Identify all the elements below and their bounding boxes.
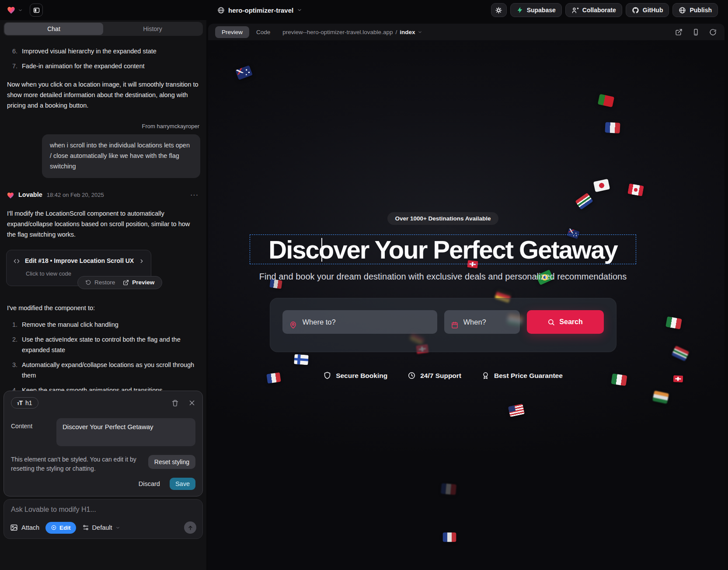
top-bar-actions: Supabase Collaborate GitHub Publish <box>491 3 718 17</box>
flag-fr-icon <box>266 372 281 384</box>
tab-code[interactable]: Code <box>256 29 270 35</box>
delete-element-button[interactable] <box>171 399 179 407</box>
preview-panel: Preview Code preview--hero-optimizer-tra… <box>208 24 725 570</box>
content-label: Content <box>11 418 56 446</box>
refresh-button[interactable] <box>709 28 717 36</box>
send-button[interactable] <box>184 521 196 534</box>
sidebar-tabs: Chat History <box>3 22 203 36</box>
search-icon <box>547 318 555 326</box>
reset-styling-button[interactable]: Reset styling <box>148 455 195 469</box>
typography-icon: тT <box>17 399 22 406</box>
award-icon <box>481 371 490 380</box>
element-content-input[interactable]: Discover Your Perfect Getaway <box>56 418 195 446</box>
element-editor-panel: тT h1 Content Discover Your Perfect Geta… <box>3 391 203 497</box>
version-actions-pill: Restore Preview <box>77 276 162 289</box>
mobile-view-button[interactable] <box>692 28 700 36</box>
chat-transcript: 6. Improved visual hierarchy in the expa… <box>0 38 206 409</box>
where-to-input[interactable] <box>282 310 437 334</box>
supabase-icon <box>516 7 523 14</box>
assistant-paragraph: I've modified the component to: <box>7 303 199 314</box>
calendar-icon <box>451 321 459 329</box>
save-button[interactable]: Save <box>170 478 195 490</box>
element-tag-label: h1 <box>25 399 32 406</box>
flag-fr-icon <box>605 122 620 133</box>
preview-version-button[interactable]: Preview <box>119 278 158 287</box>
globe-icon <box>679 7 686 14</box>
chevron-down-icon <box>297 7 302 13</box>
external-link-icon <box>123 280 129 286</box>
search-button[interactable]: Search <box>527 310 604 334</box>
chat-composer: Ask Lovable to modify H1... Attach Edit … <box>3 499 203 539</box>
chevron-down-icon <box>115 525 120 530</box>
list-item: 6. Improved visual hierarchy in the expa… <box>10 46 200 57</box>
tab-history[interactable]: History <box>103 23 202 35</box>
target-icon <box>51 525 57 531</box>
tab-chat[interactable]: Chat <box>4 23 103 35</box>
chevron-right-icon <box>139 258 145 264</box>
chevron-down-icon <box>18 8 23 13</box>
top-bar-left <box>6 3 43 17</box>
text-caret <box>321 238 322 262</box>
arrow-up-icon <box>187 525 194 531</box>
lovable-heart-icon <box>6 191 15 199</box>
github-button[interactable]: GitHub <box>626 3 669 17</box>
clock-icon <box>408 371 416 380</box>
list-item: 7. Fade-in animation for the expanded co… <box>10 61 200 72</box>
users-icon <box>571 7 579 14</box>
flag-ch-icon <box>673 375 683 382</box>
edit-card-wrap: Edit #18 • Improve Location Scroll UX Cl… <box>6 250 200 290</box>
list-item: 1.Remove the manual click handling <box>10 320 200 330</box>
feature-list: Secure Booking 24/7 Support Best Price G… <box>323 371 563 380</box>
code-icon <box>13 257 21 265</box>
map-pin-icon <box>289 321 297 329</box>
assistant-paragraph: I'll modify the LocationScroll component… <box>7 209 199 240</box>
user-message-bubble: when i scroll into the individual locati… <box>42 134 200 178</box>
edit-card-title: Edit #18 • Improve Location Scroll UX <box>25 256 134 266</box>
collaborate-button[interactable]: Collaborate <box>565 3 622 17</box>
project-switcher[interactable]: hero-optimizer-travel <box>217 0 302 20</box>
search-bar: Search <box>270 298 617 352</box>
composer-input[interactable]: Ask Lovable to modify H1... <box>11 506 195 514</box>
sliders-icon <box>82 524 89 531</box>
project-name: hero-optimizer-travel <box>228 7 293 14</box>
user-attribution: From harrymckayroper <box>6 122 199 131</box>
shield-icon <box>323 371 331 380</box>
settings-button[interactable] <box>491 3 507 17</box>
site-viewport: Over 1000+ Destinations Available Discov… <box>208 40 725 570</box>
lovable-app-window: hero-optimizer-travel Supabase Collabora… <box>0 0 728 570</box>
element-tag-pill[interactable]: тT h1 <box>11 397 38 409</box>
list-item: 2.Use the activeIndex state to control b… <box>10 335 200 356</box>
discard-button[interactable]: Discard <box>139 480 160 487</box>
selected-h1-outline[interactable]: Discover Your Perfect Getaway <box>250 234 636 264</box>
assistant-header: Lovable 18:42 on Feb 20, 2025 ··· <box>6 189 200 201</box>
styling-note: This element can't be styled. You can ed… <box>11 455 142 473</box>
tab-preview[interactable]: Preview <box>215 26 249 38</box>
feature-support: 24/7 Support <box>408 371 461 380</box>
assistant-name: Lovable <box>18 190 42 200</box>
preview-toolbar: Preview Code preview--hero-optimizer-tra… <box>208 24 725 40</box>
open-in-new-tab-button[interactable] <box>675 28 683 36</box>
gear-icon <box>495 7 502 14</box>
restore-button[interactable]: Restore <box>81 278 119 287</box>
panel-left-icon <box>33 7 40 14</box>
lovable-logo-menu[interactable] <box>6 5 23 15</box>
image-icon <box>10 524 18 532</box>
preview-url[interactable]: preview--hero-optimizer-travel.lovable.a… <box>282 29 422 35</box>
chat-sidebar: Chat History 6. Improved visual hierarch… <box>0 20 206 570</box>
close-editor-button[interactable] <box>188 399 195 407</box>
flag-fi-icon <box>294 354 309 365</box>
chevron-down-icon <box>418 30 422 35</box>
edit-mode-button[interactable]: Edit <box>45 522 76 534</box>
sidebar-toggle-button[interactable] <box>30 3 43 17</box>
assistant-paragraph: Now when you click on a location image, … <box>7 80 199 111</box>
supabase-button[interactable]: Supabase <box>510 3 562 17</box>
flag-fr-icon <box>443 532 456 542</box>
hero-subtitle: Find and book your dream destination wit… <box>259 272 627 282</box>
hero-title[interactable]: Discover Your Perfect Getaway <box>268 235 617 264</box>
message-menu-button[interactable]: ··· <box>188 189 200 201</box>
mode-select[interactable]: Default <box>82 524 120 531</box>
flag-mx-icon <box>611 374 627 386</box>
publish-button[interactable]: Publish <box>672 3 718 17</box>
lovable-heart-icon <box>6 5 16 15</box>
attach-button[interactable]: Attach <box>10 524 39 532</box>
